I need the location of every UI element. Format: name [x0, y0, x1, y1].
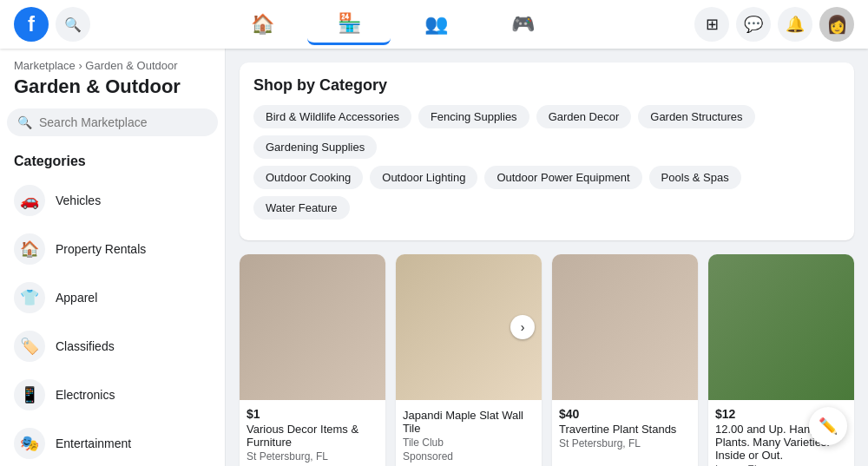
edit-button[interactable]: ✏️: [809, 407, 847, 445]
categories-heading: Categories: [7, 150, 218, 176]
nav-notifications-button[interactable]: 🔔: [778, 7, 812, 42]
sidebar-icon-vehicles: 🚗: [14, 185, 45, 216]
nav-messenger-button[interactable]: 💬: [736, 7, 771, 42]
category-tag-outdoor-cooking[interactable]: Outdoor Cooking: [253, 166, 363, 189]
category-tag-outdoor-lighting[interactable]: Outdoor Lighting: [370, 166, 477, 189]
product-name-3: Travertine Plant Stands: [559, 423, 691, 436]
product-sponsored-2: Sponsored: [403, 450, 535, 463]
page-layout: Marketplace › Garden & Outdoor Garden & …: [0, 49, 868, 466]
sidebar-item-label-classifieds: Classifieds: [56, 339, 115, 353]
avatar[interactable]: 👩: [819, 7, 854, 42]
sidebar-item-property-rentals[interactable]: 🏠 Property Rentals: [7, 225, 218, 273]
nav-home-button[interactable]: 🏠: [220, 3, 304, 45]
sidebar-item-label-entertainment: Entertainment: [56, 436, 131, 450]
sidebar-item-vehicles[interactable]: 🚗 Vehicles: [7, 176, 218, 225]
product-name-1: Various Decor Items & Furniture: [247, 423, 378, 449]
category-tag-garden-decor[interactable]: Garden Decor: [536, 105, 632, 128]
nav-marketplace-button[interactable]: 🏪: [307, 3, 391, 45]
product-info-1: $1Various Decor Items & FurnitureSt Pete…: [240, 400, 385, 466]
sidebar-item-label-property-rentals: Property Rentals: [56, 242, 146, 256]
product-grid: $1Various Decor Items & FurnitureSt Pete…: [240, 254, 854, 466]
category-tag-pools--spas[interactable]: Pools & Spas: [649, 166, 741, 189]
sidebar-item-label-apparel: Apparel: [56, 291, 97, 305]
sidebar-icon-electronics: 📱: [14, 379, 45, 410]
top-navigation: f 🔍 🏠 🏪 👥 🎮 ⊞ 💬 🔔 👩: [0, 0, 868, 49]
product-location-3: St Petersburg, FL: [559, 437, 691, 450]
category-tag-garden-structures[interactable]: Garden Structures: [638, 105, 754, 128]
product-info-2: Japandi Maple Slat Wall TileTile ClubSpo…: [396, 400, 542, 466]
product-seller-2: Tile Club: [403, 436, 535, 449]
sidebar-item-label-electronics: Electronics: [56, 388, 115, 402]
category-tag-outdoor-power-equipment[interactable]: Outdoor Power Equipment: [484, 166, 641, 189]
category-tags-row2: Outdoor CookingOutdoor LightingOutdoor P…: [253, 166, 840, 220]
sidebar-icon-apparel: 👕: [14, 282, 45, 313]
nav-left: f 🔍: [14, 7, 90, 42]
facebook-logo[interactable]: f: [14, 7, 49, 42]
sidebar-items-list: 🚗 Vehicles 🏠 Property Rentals 👕 Apparel …: [7, 176, 218, 466]
search-icon: 🔍: [17, 115, 32, 129]
sidebar-item-label-vehicles: Vehicles: [56, 194, 101, 207]
search-bar[interactable]: 🔍: [7, 108, 218, 136]
product-price-3: $40: [559, 407, 691, 421]
nav-groups-button[interactable]: 👥: [394, 3, 477, 45]
main-content: Shop by Category Bird & Wildlife Accesso…: [226, 49, 868, 466]
sidebar-icon-property-rentals: 🏠: [14, 233, 45, 265]
sidebar-item-apparel[interactable]: 👕 Apparel: [7, 273, 218, 322]
category-tags-row1: Bird & Wildlife AccessoriesFencing Suppl…: [253, 105, 840, 159]
sidebar-icon-entertainment: 🎭: [14, 428, 45, 459]
shop-by-category-title: Shop by Category: [253, 76, 840, 95]
product-card-1[interactable]: $1Various Decor Items & FurnitureSt Pete…: [240, 254, 385, 466]
category-tag-gardening-supplies[interactable]: Gardening Supplies: [253, 135, 377, 159]
sidebar: Marketplace › Garden & Outdoor Garden & …: [0, 49, 226, 466]
sidebar-item-electronics[interactable]: 📱 Electronics: [7, 371, 218, 419]
product-card-3[interactable]: $40Travertine Plant StandsSt Petersburg,…: [552, 254, 698, 466]
search-input[interactable]: [39, 115, 207, 129]
nav-grid-button[interactable]: ⊞: [694, 7, 729, 42]
nav-center: 🏠 🏪 👥 🎮: [220, 3, 564, 45]
product-name-2: Japandi Maple Slat Wall Tile: [403, 409, 535, 435]
nav-gaming-button[interactable]: 🎮: [481, 3, 564, 45]
category-tag-bird--wildlife-accessories[interactable]: Bird & Wildlife Accessories: [253, 105, 411, 128]
sidebar-item-classifieds[interactable]: 🏷️ Classifieds: [7, 322, 218, 371]
category-tag-fencing-supplies[interactable]: Fencing Supplies: [418, 105, 529, 128]
product-price-1: $1: [247, 407, 378, 421]
product-card-2[interactable]: › Japandi Maple Slat Wall TileTile ClubS…: [396, 254, 542, 466]
sidebar-item-entertainment[interactable]: 🎭 Entertainment: [7, 419, 218, 466]
product-info-3: $40Travertine Plant StandsSt Petersburg,…: [552, 400, 698, 456]
nav-search-button[interactable]: 🔍: [56, 7, 90, 42]
product-location-1: St Petersburg, FL: [247, 450, 378, 463]
page-title: Garden & Outdoor: [7, 75, 218, 108]
carousel-next-button[interactable]: ›: [510, 315, 535, 339]
category-tag-water-feature[interactable]: Water Feature: [253, 196, 350, 220]
shop-by-category-section: Shop by Category Bird & Wildlife Accesso…: [240, 62, 854, 240]
breadcrumb: Marketplace › Garden & Outdoor: [7, 59, 218, 72]
nav-right: ⊞ 💬 🔔 👩: [694, 7, 854, 42]
sidebar-icon-classifieds: 🏷️: [14, 331, 45, 362]
